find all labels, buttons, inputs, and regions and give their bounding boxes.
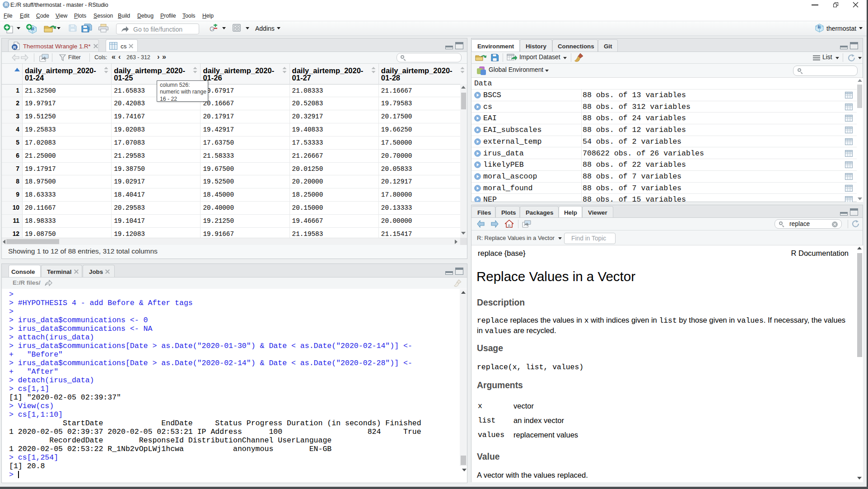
svg-text:R: R — [818, 24, 821, 29]
svg-text:R: R — [13, 45, 16, 50]
svg-text:G: G — [210, 25, 215, 33]
